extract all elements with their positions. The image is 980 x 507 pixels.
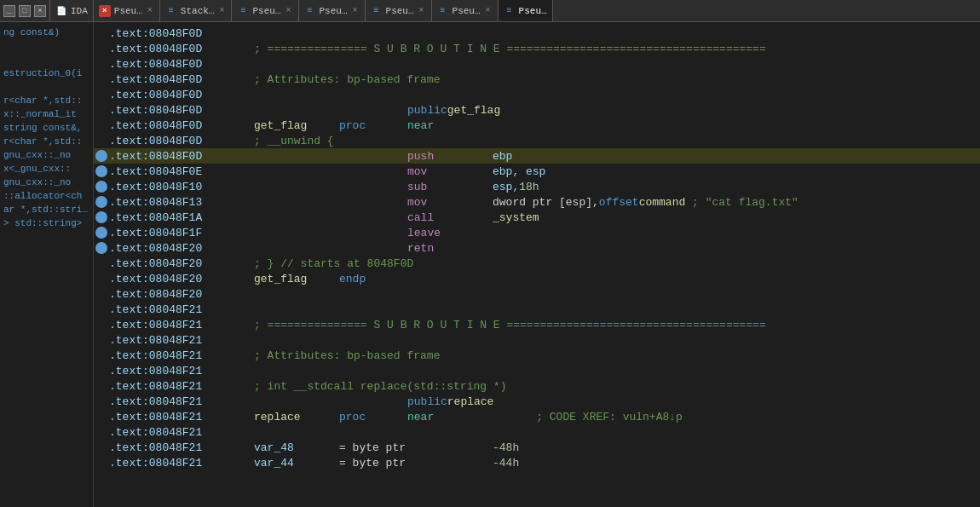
spacer2-sub: sub xyxy=(407,181,493,193)
proc-name: get_flag xyxy=(254,119,339,132)
tab-stack[interactable]: ≡ Stack… × xyxy=(160,0,233,21)
sidebar-item-14[interactable]: > std::string> xyxy=(0,216,93,230)
bp-dot-leave xyxy=(95,227,107,239)
maximize-button[interactable]: □ xyxy=(19,5,31,17)
get-flag-proc-name: get_flag xyxy=(254,119,307,132)
sidebar-item-11[interactable]: gnu_cxx::_no xyxy=(0,176,93,189)
code-line-mov2: .text:08048F13 mov dword ptr [esp], offs… xyxy=(94,194,980,210)
addr-call: .text:08048F1A xyxy=(109,211,254,224)
push-kw: push xyxy=(407,150,434,163)
code-line-retn: .text:08048F20 retn xyxy=(94,240,980,256)
tab-bar: _ □ × 📄 IDA × Pseu… × ≡ Stack… × ≡ Pseu…… xyxy=(0,0,980,22)
close-button[interactable]: × xyxy=(34,5,46,17)
bp-empty-blank4 xyxy=(95,365,107,377)
addr-blank2: .text:08048F21 xyxy=(109,303,254,316)
sidebar-item-7[interactable]: string const&, xyxy=(0,121,93,135)
tab-close-pseudo3[interactable]: × xyxy=(351,6,360,15)
xref-comment: ; CODE XREF: vuln+A8↓p xyxy=(536,411,683,423)
spacer2-mov2: mov xyxy=(407,196,493,209)
cat-comment: ; "cat flag.txt" xyxy=(685,196,798,209)
tab-pseudo5[interactable]: ≡ Pseu… × xyxy=(432,0,499,21)
sidebar[interactable]: ng const&) estruction_0(i r<char *,std::… xyxy=(0,22,94,507)
tab-label-pseudo1: Pseu… xyxy=(114,6,142,16)
addr-replace-proc: .text:08048F21 xyxy=(109,411,254,423)
bp-dot-mov1 xyxy=(95,165,107,177)
sidebar-item-1[interactable] xyxy=(0,39,93,53)
tab-label-pseudo3: Pseu… xyxy=(320,6,348,16)
sidebar-item-12[interactable]: ::allocator<ch xyxy=(0,189,93,203)
proc-kw-space: proc xyxy=(339,119,407,132)
sidebar-item-5[interactable]: r<char *,std:: xyxy=(0,94,93,107)
sidebar-item-6[interactable]: x::_normal_it xyxy=(0,107,93,121)
window-controls: _ □ × xyxy=(0,0,50,21)
bp-empty-proc xyxy=(95,119,107,131)
mov1-operands: ebp, esp xyxy=(493,165,545,178)
tab-pseudo6[interactable]: ≡ Pseu… xyxy=(499,0,553,21)
sidebar-item-3[interactable]: estruction_0(i xyxy=(0,66,93,80)
tab-ida[interactable]: 📄 IDA xyxy=(50,0,94,21)
addr-sep2: .text:08048F21 xyxy=(109,319,254,331)
addr-mov1: .text:08048F0E xyxy=(109,165,254,178)
bp-empty-blank5 xyxy=(95,426,107,438)
tab-pseudo4[interactable]: ≡ Pseu… × xyxy=(366,0,432,21)
bp-empty-1 xyxy=(95,27,107,39)
code-line-endcomment: .text:08048F20 ; } // starts at 8048F0D xyxy=(94,256,980,271)
addr-funccomment: .text:08048F21 xyxy=(109,380,254,393)
code-line-blank5: .text:08048F21 xyxy=(94,424,980,440)
tab-label-pseudo2: Pseu… xyxy=(252,6,280,16)
code-line-endp: .text:08048F20 get_flag endp xyxy=(94,271,980,286)
sidebar-item-10[interactable]: x<_gnu_cxx:: xyxy=(0,162,93,176)
get-flag-endp-name: get_flag xyxy=(254,273,307,285)
tab-pseudo2[interactable]: ≡ Pseu… × xyxy=(232,0,298,21)
command-label: command xyxy=(639,196,686,209)
tab-close-pseudo1[interactable]: × xyxy=(146,6,154,15)
tab-close-stack[interactable]: × xyxy=(217,6,226,15)
code-line-replace-proc: .text:08048F21 replace proc near ; CODE … xyxy=(94,409,980,424)
sidebar-item-2[interactable] xyxy=(0,53,93,66)
leave-kw: leave xyxy=(407,227,441,239)
system-label: _system xyxy=(493,211,539,224)
replace-near-kw: near xyxy=(407,411,434,423)
tab-close-pseudo2[interactable]: × xyxy=(284,6,292,15)
sep-line-2: ; =============== S U B R O U T I N E ==… xyxy=(254,319,766,331)
spacer2-push: push xyxy=(407,150,493,163)
code-line-sep2: .text:08048F21 ; =============== S U B R… xyxy=(94,317,980,332)
addr-unwind: .text:08048F0D xyxy=(109,135,254,147)
spacer2-leave: leave xyxy=(407,227,493,239)
code-line-blank4: .text:08048F21 xyxy=(94,363,980,378)
code-line-var48: .text:08048F21 var_48 = byte ptr -48h xyxy=(94,440,980,455)
var48-val-pad xyxy=(407,441,414,454)
tab-icon-pseudo6: ≡ xyxy=(504,5,516,17)
addr-3: .text:08048F0D xyxy=(109,58,254,71)
addr-blank4: .text:08048F21 xyxy=(109,365,254,377)
tab-pseudo3[interactable]: ≡ Pseu… × xyxy=(299,0,366,21)
replace-proc-kw-space: proc xyxy=(339,411,407,423)
tab-label-pseudo6: Pseu… xyxy=(519,6,547,16)
sidebar-item-8[interactable]: r<char *,std:: xyxy=(0,135,93,148)
minimize-button[interactable]: _ xyxy=(3,5,15,17)
sidebar-item-4[interactable] xyxy=(0,80,93,94)
bp-empty-endcomment xyxy=(95,257,107,269)
sidebar-item-0[interactable]: ng const&) xyxy=(0,26,93,39)
tab-icon-pseudo1: × xyxy=(99,5,111,17)
addr-sep1: .text:08048F0D xyxy=(109,43,254,55)
dword-ptr: dword ptr [esp], xyxy=(493,196,599,209)
code-line-1: .text:08048F0D xyxy=(94,26,980,41)
addr-proc: .text:08048F0D xyxy=(109,119,254,132)
sidebar-item-9[interactable]: gnu_cxx::_no xyxy=(0,148,93,162)
addr-var44: .text:08048F21 xyxy=(109,457,254,470)
bp-empty-blank1 xyxy=(95,288,107,300)
tab-close-pseudo5[interactable]: × xyxy=(484,6,493,15)
code-line-sub: .text:08048F10 sub esp, 18h xyxy=(94,179,980,194)
addr-public2: .text:08048F21 xyxy=(109,395,254,408)
var44-val-pad xyxy=(407,457,414,470)
sidebar-item-13[interactable]: ar *,std::string xyxy=(0,203,93,216)
bp-empty-blank2 xyxy=(95,303,107,315)
tab-close-pseudo4[interactable]: × xyxy=(418,6,426,15)
addr-1: .text:08048F0D xyxy=(109,27,254,40)
addr-endp: .text:08048F20 xyxy=(109,273,254,285)
var44-eq: = byte ptr xyxy=(339,457,406,470)
code-view[interactable]: .text:08048F0D .text:08048F0D ; ========… xyxy=(94,22,980,507)
replace-public-label: replace xyxy=(447,395,494,408)
tab-pseudo1[interactable]: × Pseu… × xyxy=(94,0,160,21)
